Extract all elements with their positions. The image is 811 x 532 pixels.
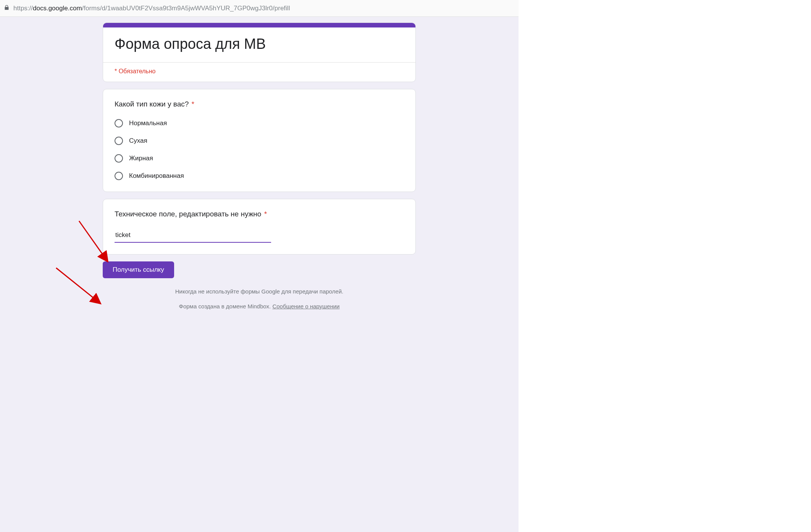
question-label: Какой тип кожи у вас? * [115,100,404,108]
form-container: Форма опроса для MB * Обязательно Какой … [103,23,416,310]
form-domain-note: Форма создана в домене Mindbox. Сообщени… [103,303,416,310]
form-header-card: Форма опроса для MB * Обязательно [103,23,416,82]
technical-field-input[interactable] [115,229,271,243]
required-star: * [189,100,194,108]
required-legend: * Обязательно [103,62,415,82]
option-label: Жирная [129,155,153,162]
question-card-skin-type: Какой тип кожи у вас? * Нормальная Сухая… [103,89,416,192]
accent-bar [103,23,415,27]
password-warning: Никогда не используйте формы Google для … [103,288,416,295]
radio-group: Нормальная Сухая Жирная Комбинированная [115,119,404,180]
question-label: Техническое поле, редактировать не нужно… [115,210,404,218]
radio-option-oily[interactable]: Жирная [115,154,404,163]
page-body: Форма опроса для MB * Обязательно Какой … [0,17,519,532]
radio-option-combined[interactable]: Комбинированная [115,172,404,180]
option-label: Нормальная [129,119,167,127]
lock-icon [4,4,10,13]
submit-row: Получить ссылку [103,261,416,278]
browser-address-bar: https://docs.google.com/forms/d/1waabUV0… [0,0,519,17]
option-label: Сухая [129,137,147,145]
report-abuse-link[interactable]: Сообщение о нарушении [272,303,339,310]
radio-option-normal[interactable]: Нормальная [115,119,404,127]
required-star: * [262,210,267,218]
radio-icon [115,154,123,163]
option-label: Комбинированная [129,172,184,180]
radio-icon [115,119,123,127]
annotation-arrow-icon [53,265,110,311]
svg-line-1 [56,268,99,302]
radio-icon [115,137,123,145]
get-link-button[interactable]: Получить ссылку [103,261,174,278]
radio-option-dry[interactable]: Сухая [115,137,404,145]
form-title: Форма опроса для MB [103,27,415,62]
question-card-technical-field: Техническое поле, редактировать не нужно… [103,199,416,255]
radio-icon [115,172,123,180]
address-url[interactable]: https://docs.google.com/forms/d/1waabUV0… [13,5,290,12]
